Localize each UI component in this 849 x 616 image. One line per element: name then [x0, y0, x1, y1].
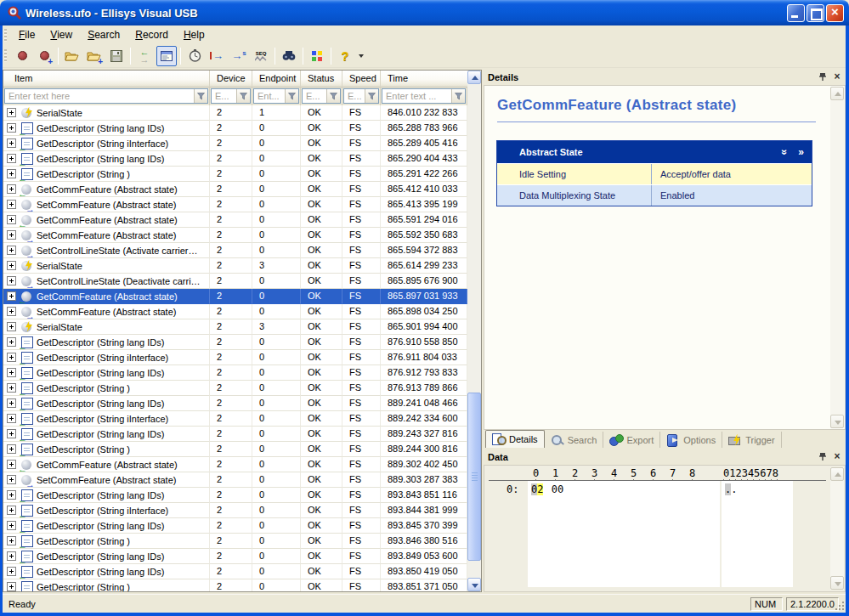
- open-file-button[interactable]: [62, 46, 82, 66]
- table-row[interactable]: GetDescriptor (String lang IDs)20OKFS893…: [3, 564, 468, 579]
- expand-plus-icon[interactable]: [7, 567, 16, 576]
- table-row[interactable]: GetDescriptor (String iInterface)20OKFS8…: [3, 411, 468, 427]
- table-row[interactable]: GetDescriptor (String lang IDs)20OKFS893…: [3, 549, 468, 564]
- pin-icon[interactable]: [817, 71, 829, 82]
- table-row[interactable]: GetDescriptor (String lang IDs)20OKFS876…: [3, 365, 468, 381]
- close-pane-icon[interactable]: ×: [831, 450, 843, 462]
- record-append-button[interactable]: +: [34, 46, 54, 66]
- column-header-status[interactable]: Status: [301, 71, 342, 88]
- scroll-down-icon[interactable]: [467, 578, 481, 591]
- hex-bytes-row[interactable]: 02 00: [531, 483, 563, 495]
- menu-file[interactable]: File: [11, 26, 42, 43]
- table-row[interactable]: GetDescriptor (String )20OKFS893.851 371…: [3, 579, 468, 591]
- expand-plus-icon[interactable]: [7, 368, 16, 377]
- table-row[interactable]: GetCommFeature (Abstract state)20OKFS865…: [3, 212, 468, 228]
- expand-plus-icon[interactable]: [7, 261, 16, 270]
- close-button[interactable]: [826, 4, 844, 22]
- expand-plus-icon[interactable]: [7, 414, 16, 423]
- expand-plus-icon[interactable]: [7, 230, 16, 240]
- expand-plus-icon[interactable]: [7, 215, 16, 224]
- menu-help[interactable]: Help: [176, 26, 212, 43]
- help-button[interactable]: ?: [335, 46, 355, 66]
- tab-details[interactable]: Details: [485, 430, 545, 448]
- table-row[interactable]: GetDescriptor (String lang IDs)20OKFS876…: [3, 335, 468, 350]
- endpoint-filter-input[interactable]: Ent...: [253, 88, 299, 104]
- table-row[interactable]: SetCommFeature (Abstract state)20OKFS865…: [3, 304, 468, 319]
- table-row[interactable]: SerialState23OKFS865.614 299 233: [3, 258, 468, 274]
- open-append-button[interactable]: +: [84, 46, 105, 66]
- list-scrollbar[interactable]: [467, 71, 481, 591]
- toolbar-options-dropdown[interactable]: [359, 54, 364, 58]
- sequencer-button[interactable]: SEQ: [251, 46, 271, 66]
- column-header-endpoint[interactable]: Endpoint: [252, 71, 301, 88]
- item-filter-funnel-icon[interactable]: [194, 89, 207, 103]
- table-row[interactable]: SerialState21OKFS846.010 232 833: [3, 105, 468, 121]
- table-row[interactable]: SetCommFeature (Abstract state)20OKFS889…: [3, 472, 468, 488]
- table-row[interactable]: GetDescriptor (String lang IDs)20OKFS865…: [3, 151, 468, 167]
- expand-plus-icon[interactable]: [7, 169, 16, 178]
- expand-plus-icon[interactable]: [7, 582, 16, 591]
- expand-plus-icon[interactable]: [7, 536, 16, 545]
- expand-plus-icon[interactable]: [7, 490, 16, 500]
- table-row[interactable]: SerialState23OKFS865.901 994 400: [3, 319, 468, 335]
- expand-plus-icon[interactable]: [7, 398, 16, 408]
- expand-plus-icon[interactable]: [7, 246, 16, 255]
- scroll-up-icon[interactable]: [467, 71, 481, 84]
- table-row[interactable]: GetDescriptor (String iInterface)20OKFS8…: [3, 136, 468, 151]
- expand-plus-icon[interactable]: [7, 322, 16, 331]
- tab-trigger[interactable]: Trigger: [722, 432, 781, 448]
- table-row[interactable]: GetCommFeature (Abstract state)20OKFS865…: [3, 289, 468, 304]
- status-filter-funnel-icon[interactable]: [326, 89, 340, 103]
- expand-plus-icon[interactable]: [7, 307, 16, 316]
- item-filter-input[interactable]: Enter text here: [4, 88, 208, 104]
- table-row[interactable]: GetDescriptor (String )20OKFS876.913 789…: [3, 381, 468, 396]
- expand-plus-icon[interactable]: [7, 108, 16, 117]
- tab-search[interactable]: Search: [545, 432, 604, 448]
- pin-icon[interactable]: [817, 450, 829, 462]
- column-header-device[interactable]: Device: [210, 71, 252, 88]
- time-filter-input[interactable]: Enter text ...: [382, 88, 466, 104]
- find-button[interactable]: [279, 46, 299, 66]
- table-row[interactable]: SetControlLineState (Deactivate carri…20…: [3, 274, 468, 289]
- hex-scrollbar[interactable]: [830, 467, 844, 590]
- resize-grip[interactable]: [835, 601, 846, 612]
- table-row[interactable]: SetCommFeature (Abstract state)20OKFS865…: [3, 228, 468, 243]
- scroll-up-icon[interactable]: [830, 467, 844, 481]
- scroll-down-icon[interactable]: [830, 576, 844, 590]
- group-header[interactable]: Abstract State » »: [497, 141, 812, 163]
- expand-plus-icon[interactable]: [7, 337, 16, 347]
- table-row[interactable]: GetDescriptor (String iInterface)20OKFS8…: [3, 503, 468, 518]
- table-row[interactable]: GetDescriptor (String lang IDs)20OKFS889…: [3, 427, 468, 442]
- device-filter-funnel-icon[interactable]: [236, 89, 250, 103]
- endpoint-filter-funnel-icon[interactable]: [285, 89, 298, 103]
- expand-plus-icon[interactable]: [7, 138, 16, 148]
- table-row[interactable]: GetDescriptor (String )20OKFS865.291 422…: [3, 167, 468, 182]
- scroll-thumb[interactable]: [467, 393, 481, 561]
- expand-plus-icon[interactable]: [7, 551, 16, 561]
- menu-search[interactable]: Search: [80, 26, 127, 43]
- table-row[interactable]: GetDescriptor (String )20OKFS889.244 300…: [3, 442, 468, 457]
- expand-plus-icon[interactable]: [7, 475, 16, 484]
- table-row[interactable]: GetDescriptor (String lang IDs)20OKFS893…: [3, 518, 468, 534]
- close-pane-icon[interactable]: ×: [831, 71, 843, 82]
- menu-view[interactable]: View: [42, 26, 80, 43]
- table-row[interactable]: GetCommFeature (Abstract state)20OKFS889…: [3, 457, 468, 472]
- navigate-arrows-button[interactable]: ←→: [134, 46, 155, 66]
- save-button[interactable]: [106, 46, 127, 66]
- minimize-button[interactable]: [787, 4, 805, 22]
- device-filter-input[interactable]: E...: [211, 88, 251, 104]
- collapse-chevron-icon[interactable]: »: [778, 150, 790, 155]
- goto-sequence-button[interactable]: →s: [229, 46, 249, 66]
- expand-plus-icon[interactable]: [7, 444, 16, 454]
- expand-plus-icon[interactable]: [7, 276, 16, 285]
- instant-view-button[interactable]: [156, 46, 177, 66]
- title-bar[interactable]: Wireless.ufo - Ellisys Visual USB: [0, 0, 849, 25]
- table-row[interactable]: GetDescriptor (String )20OKFS893.846 380…: [3, 534, 468, 549]
- expand-chevron-icon[interactable]: »: [798, 146, 804, 158]
- maximize-button[interactable]: [807, 4, 824, 22]
- table-row[interactable]: SetCommFeature (Abstract state)20OKFS865…: [3, 197, 468, 212]
- expand-plus-icon[interactable]: [7, 353, 16, 362]
- column-header-speed[interactable]: Speed: [342, 71, 381, 88]
- ascii-area[interactable]: [722, 481, 793, 587]
- hex-view[interactable]: 012345678 012345678 0: 02 00 ..: [484, 465, 846, 592]
